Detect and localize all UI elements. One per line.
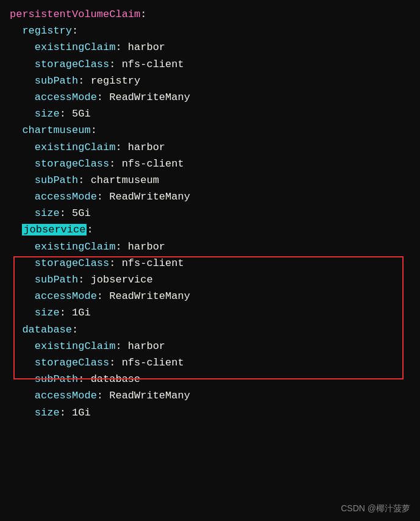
prop-key: size [35, 108, 60, 120]
prop-value: harbor [128, 340, 165, 352]
line-2: registry: [10, 23, 410, 39]
prop-key: subPath [35, 274, 78, 286]
prop-value: harbor [128, 41, 165, 53]
prop-key: size [35, 207, 60, 219]
line-14-jobservice: jobservice: [10, 221, 410, 238]
prop-key: accessMode [35, 390, 97, 401]
top-key: persistentVolumeClaim [10, 9, 140, 20]
prop-key: accessMode [35, 290, 97, 302]
prop-value: 5Gi [72, 108, 91, 120]
prop-value: nfs-client [122, 59, 184, 70]
line-4: storageClass: nfs-client [10, 56, 410, 73]
prop-value: ReadWriteMany [109, 92, 190, 103]
prop-value: harbor [128, 142, 165, 153]
line-23: subPath: database [10, 371, 410, 387]
line-16: storageClass: nfs-client [10, 255, 410, 271]
prop-key: storageClass [35, 59, 109, 70]
prop-key: existingClaim [35, 142, 116, 153]
prop-key: storageClass [35, 257, 109, 269]
line-18: accessMode: ReadWriteMany [10, 288, 410, 304]
prop-key: size [35, 307, 60, 318]
section-key-chartmuseum: chartmuseum [22, 124, 90, 136]
line-12: accessMode: ReadWriteMany [10, 189, 410, 205]
prop-key: storageClass [35, 158, 109, 170]
prop-value: 5Gi [72, 207, 91, 219]
line-8: chartmuseum: [10, 122, 410, 138]
line-24: accessMode: ReadWriteMany [10, 387, 410, 404]
prop-key: subPath [35, 75, 78, 87]
prop-value: nfs-client [122, 158, 184, 170]
prop-key: existingClaim [35, 241, 116, 253]
prop-value: database [91, 373, 141, 385]
prop-key: storageClass [35, 357, 109, 368]
line-17: subPath: jobservice [10, 271, 410, 288]
prop-value: nfs-client [122, 257, 184, 269]
prop-value: 1Gi [72, 307, 91, 318]
line-9: existingClaim: harbor [10, 139, 410, 156]
prop-value: ReadWriteMany [109, 191, 190, 203]
prop-value: registry [91, 75, 141, 87]
line-13: size: 5Gi [10, 205, 410, 221]
line-6: accessMode: ReadWriteMany [10, 89, 410, 106]
prop-value: ReadWriteMany [109, 290, 190, 302]
line-21: existingClaim: harbor [10, 338, 410, 354]
section-key-database: database [22, 324, 72, 336]
prop-key: accessMode [35, 92, 97, 103]
line-3: existingClaim: harbor [10, 39, 410, 56]
prop-key: accessMode [35, 191, 97, 203]
prop-value: harbor [128, 241, 165, 253]
prop-key: existingClaim [35, 41, 116, 53]
line-19: size: 1Gi [10, 304, 410, 321]
line-15: existingClaim: harbor [10, 239, 410, 255]
line-10: storageClass: nfs-client [10, 156, 410, 172]
section-key-registry: registry [22, 25, 72, 37]
prop-key: subPath [35, 373, 78, 385]
line-22: storageClass: nfs-client [10, 354, 410, 371]
line-25: size: 1Gi [10, 404, 410, 421]
line-7: size: 5Gi [10, 106, 410, 122]
prop-value: nfs-client [122, 357, 184, 368]
prop-key: size [35, 407, 60, 419]
highlighted-key-jobservice: jobservice [22, 224, 87, 235]
line-1: persistentVolumeClaim: [10, 6, 410, 23]
prop-key: existingClaim [35, 340, 116, 352]
line-11: subPath: chartmuseum [10, 172, 410, 189]
prop-value: chartmuseum [91, 174, 159, 186]
watermark: CSDN @椰汁菠萝 [341, 501, 410, 515]
code-container: persistentVolumeClaim: registry: existin… [0, 0, 420, 521]
line-20: database: [10, 322, 410, 338]
prop-value: ReadWriteMany [109, 390, 190, 401]
prop-value: 1Gi [72, 407, 91, 419]
line-5: subPath: registry [10, 73, 410, 89]
prop-value: jobservice [91, 274, 153, 286]
prop-key: subPath [35, 174, 78, 186]
